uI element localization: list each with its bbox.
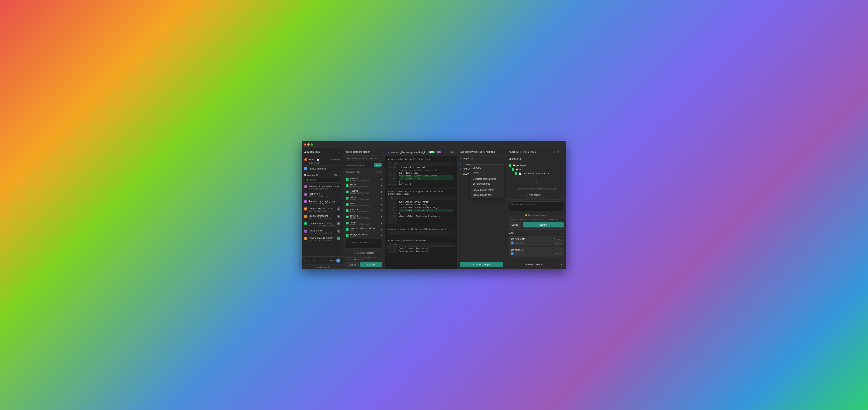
branch-meta: 17 hours ago by Qix-	[309, 210, 336, 212]
panel-4-changes-header: Changes 1	[506, 156, 566, 162]
minimize-button[interactable]	[307, 143, 310, 146]
view-pr-button[interactable]: View PR 11	[368, 157, 382, 160]
panel-3-commit-area: Commit changes	[458, 260, 506, 269]
generate-message-button[interactable]: ✨ Generate message	[346, 250, 382, 255]
learn-more-link[interactable]: Learn more	[353, 259, 363, 261]
undo-button[interactable]: ↺ Undo	[552, 237, 562, 241]
branch-meta: 3 days ago by dependabot[bot]	[309, 225, 336, 227]
restart-bar[interactable]: restart to update	[302, 265, 343, 269]
branch-name: refactor-data-dir-module	[309, 237, 336, 239]
list-view-button-p4[interactable]: ≡	[553, 150, 555, 154]
traffic-lights	[304, 143, 313, 146]
commit-changes-button[interactable]: Commit changes	[460, 262, 503, 267]
mail-icon[interactable]: ✉	[308, 259, 310, 262]
list-item[interactable]: R add gitbutler-diff core library 17 hou…	[303, 206, 342, 213]
trunk-time: 7 minutes ago	[329, 159, 340, 161]
table-row[interactable]: ✓ writer.rs gitbutler-app/src/virtual_..…	[345, 182, 383, 189]
search-input[interactable]	[310, 179, 338, 181]
menu-item-create-after[interactable]: Create branch after	[470, 193, 504, 198]
cancel-button[interactable]: Cancel	[346, 262, 359, 267]
branch-type-icon: V	[304, 185, 307, 189]
menu-item-unapply[interactable]: Unapply	[470, 165, 504, 170]
sidebar: gitbutler-client ⌄ ● Trunk 🕐 7 minutes a…	[302, 148, 343, 269]
list-item[interactable]: R update-component 1 day ago by Pavel La…	[303, 213, 342, 220]
table-row[interactable]: ✓ virtual.rs gitbutler-app/src/virtual_.…	[345, 220, 383, 226]
folder-icon: 📁	[516, 168, 518, 171]
list-item[interactable]: V Remove git repo url duplication 17 min…	[303, 184, 342, 191]
commit-message-input[interactable]	[346, 239, 382, 249]
list-item[interactable]: P chore(deps-dev): bump @codemirror/... …	[303, 221, 342, 228]
drop-zone[interactable]: ⬇ Drag and drop files to create a new br…	[506, 178, 566, 200]
applied-branches-icon	[304, 167, 307, 170]
sidebar-header: gitbutler-client ⌄	[302, 148, 343, 156]
list-item[interactable]: V Try to debug merging edge case 17 minu…	[303, 199, 342, 206]
commit-message-input-p4[interactable]	[509, 201, 564, 211]
avatar: J	[337, 237, 340, 240]
list-item[interactable]: V virtual-branch 7 days ago by Pavel Lap…	[303, 228, 342, 235]
list-item[interactable]: V Arch notes 17 minutes ago by you	[303, 192, 342, 198]
close-diff-button[interactable]: ✕	[450, 150, 455, 154]
branch-type-icon: R	[304, 215, 307, 218]
list-item[interactable]: R refactor-data-dir-module 8 days ago by…	[303, 236, 342, 243]
maximize-button[interactable]	[311, 143, 313, 146]
code-desc-3: Added an `is_default` field to the `Bran…	[388, 228, 455, 230]
panel-4-changes-title: Changes 1	[509, 158, 522, 160]
local-file-name: add gitignore	[510, 249, 524, 251]
learn-more-link-p4[interactable]: Learn more	[547, 218, 557, 221]
menu-item-set-name[interactable]: Set branch name	[470, 181, 504, 186]
branch-meta: 17 minutes ago by you	[309, 188, 340, 190]
panel-4-header: Add Butler CI configuration ≡ ⊞ ···	[506, 148, 566, 156]
commit-button[interactable]: Commit	[360, 262, 382, 267]
code-diff-area[interactable]: Added a new field `is_default` to `Branc…	[385, 156, 457, 269]
folder-icon: 📁	[513, 164, 515, 167]
tree-view-button-p4[interactable]: ⊞	[557, 150, 560, 154]
code-desc-4: Added `meta/is_default` to list of attri…	[388, 239, 455, 241]
view-remote-branch-button[interactable]: View remote branch ↗	[346, 158, 367, 160]
commit-buttons: Cancel Commit	[346, 262, 382, 267]
home-icon[interactable]: ⌂	[304, 259, 306, 262]
table-row[interactable]: ✓ calculate_deltas_handler.rs gitbut...	[345, 226, 383, 232]
external-link-icon: ↗	[365, 158, 367, 160]
view-upstream-button[interactable]: View	[374, 163, 382, 167]
commit-button-p4[interactable]: Commit	[523, 222, 564, 228]
create-pull-request-button[interactable]: Create Pull Request	[509, 262, 559, 267]
table-row[interactable]: ✓ reader.rs gitbutler-app/src/virtual_..…	[345, 189, 383, 195]
tree-item-env-file[interactable]: ✓ 📄 .env.development.local	[509, 172, 564, 176]
tree-item-ui[interactable]: ✓ 📁 ui	[509, 167, 564, 172]
applied-branches-section[interactable]: Applied branches	[302, 166, 343, 172]
cancel-button-p4[interactable]: Cancel	[509, 222, 521, 228]
branch-type-icon: V	[304, 193, 307, 196]
project-name: gitbutler-client	[304, 150, 321, 153]
tree-view-button[interactable]: ⊞	[379, 170, 382, 174]
branch-type-icon: V	[304, 230, 307, 233]
settings-icon[interactable]: ⚙	[313, 259, 315, 262]
panel-1-title: add-is-default-to-branch	[346, 150, 370, 153]
panel-3-menu-button[interactable]: ···	[501, 150, 503, 153]
panel-3-changes-header: Changes 3	[458, 156, 506, 161]
filter-button[interactable]: Filter ▾	[334, 174, 340, 176]
sidebar-footer: ⌂ ✉ ⚙ Scott S	[302, 257, 343, 265]
table-row[interactable]: ✓ virtual_branches.rs gitbutler-app/...	[345, 232, 383, 237]
table-row[interactable]: ✓ writer.rs gitbutler-app/src/virtual_..…	[345, 195, 383, 201]
generate-message-button-p4[interactable]: ✨ Generate message ▾	[509, 213, 564, 217]
new-branch-button[interactable]: New branch +	[526, 192, 546, 198]
table-row[interactable]: ✓ iterator.rs gitbutler-app/src/virtual_…	[345, 214, 383, 220]
panel-4-menu-button[interactable]: ···	[561, 150, 564, 154]
table-row[interactable]: ✓ reader.rs gitbutler-app/src/virtual_..…	[345, 176, 383, 182]
tree-item-packages[interactable]: ✓ 📁 packages	[509, 163, 564, 167]
panel-1-menu-button[interactable]: ···	[379, 150, 382, 153]
table-row[interactable]: ✓ base.rs gitbutler-app/src/virtual_b...	[345, 201, 383, 207]
menu-item-create-before[interactable]: Create branch before	[470, 187, 504, 193]
branch-name: virtual-branch	[309, 229, 336, 232]
diff-label-1: +2 +0	[388, 162, 455, 166]
code-section-3: Added an `is_default` field to the `Bran…	[385, 226, 457, 237]
create-pr-chevron-button[interactable]: ▾	[559, 262, 564, 267]
close-button[interactable]	[304, 143, 306, 146]
table-row[interactable]: ✓ branch.rs gitbutler-app/src/virtual_..…	[345, 207, 383, 214]
file-tree: ✓ 📁 packages ✓ 📁 ui ✓ 📄 .env.development…	[506, 162, 566, 178]
list-view-button[interactable]: ≡	[376, 170, 378, 174]
branch-name: Try to debug merging edge case	[309, 200, 340, 203]
menu-item-delete[interactable]: Delete	[470, 170, 504, 175]
menu-item-generate-name[interactable]: Generate branch name	[470, 176, 504, 181]
trunk-item[interactable]: ● Trunk 🕐 7 minutes ago	[304, 158, 340, 162]
